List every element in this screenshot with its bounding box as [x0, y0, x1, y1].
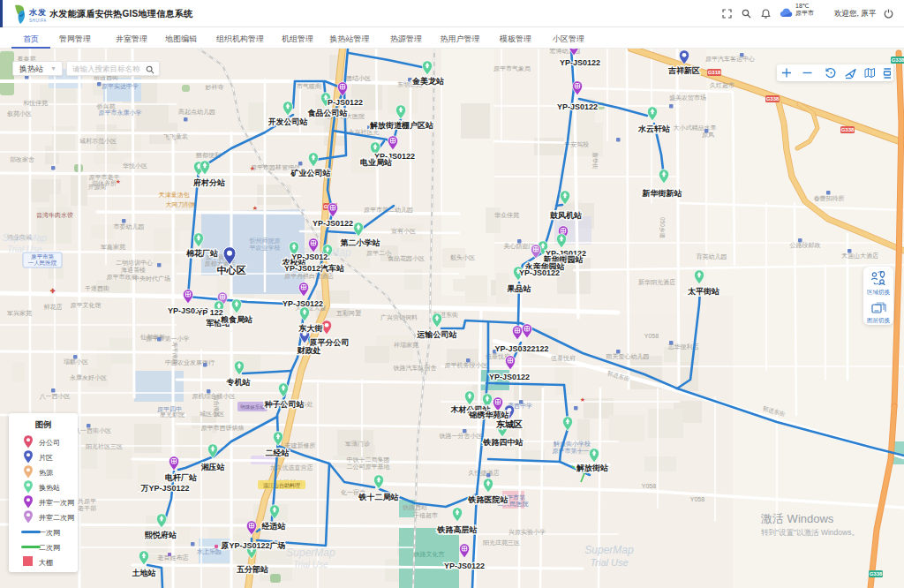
svg-text:城村示范小区: 城村示范小区	[79, 138, 117, 145]
svg-text:东城区: 东城区	[495, 419, 523, 429]
svg-text:YP-JS0122: YP-JS0122	[519, 268, 560, 277]
svg-text:土地站: 土地站	[132, 569, 156, 577]
svg-text:二明培训中心: 二明培训中心	[116, 260, 153, 266]
svg-text:P-JS0122: P-JS0122	[328, 98, 363, 107]
svg-text:部改家舍: 部改家舍	[10, 156, 34, 163]
svg-text:Y058: Y058	[690, 496, 704, 502]
svg-text:宣有小区: 宣有小区	[391, 228, 416, 234]
svg-text:军兴家苑: 军兴家苑	[7, 310, 32, 317]
svg-text:原YP-JS0122广场: 原YP-JS0122广场	[220, 541, 285, 550]
svg-text:铁路汽车队宿舍: 铁路汽车队宿舍	[393, 364, 437, 372]
svg-text:天津童汤包: 天津童汤包	[159, 191, 191, 199]
svg-text:铁路四中站: 铁路四中站	[483, 438, 524, 447]
svg-text:海通茶楼: 海通茶楼	[121, 266, 146, 274]
svg-text:瑞麒小区: 瑞麒小区	[64, 358, 88, 365]
svg-text:市委幼儿园: 市委幼儿园	[114, 222, 145, 230]
svg-text:原平汽车客运中心: 原平汽车客运中心	[705, 56, 755, 63]
svg-text:★: ★	[250, 165, 255, 171]
svg-text:★: ★	[252, 205, 258, 211]
svg-text:华众佳苑: 华众佳苑	[494, 212, 519, 219]
svg-text:★: ★	[580, 396, 585, 403]
svg-text:鼓风机站: 鼓风机站	[549, 211, 582, 220]
svg-text:YP-JS0122: YP-JS0122	[313, 219, 353, 228]
svg-text:激活 Windows: 激活 Windows	[761, 512, 834, 525]
svg-text:妙祥寺: 妙祥寺	[205, 84, 224, 91]
svg-text:YP-JS0122: YP-JS0122	[282, 299, 323, 308]
svg-text:原平丹棋白鹭酒店: 原平丹棋白鹭酒店	[284, 272, 334, 280]
svg-text:解放街小学校: 解放街小学校	[553, 441, 591, 448]
svg-text:锦绣华苑站: 锦绣华苑站	[469, 411, 509, 419]
svg-text:中央时代广场: 中央时代广场	[133, 275, 170, 283]
svg-text:忻州师院原: 忻州师院原	[249, 237, 281, 245]
svg-text:G338: G338	[841, 127, 855, 132]
svg-text:雨关爱心幼儿园: 雨关爱心幼儿园	[606, 352, 650, 360]
svg-text:铁路医院站: 铁路医院站	[468, 495, 508, 504]
svg-text:安建新修所: 安建新修所	[285, 441, 316, 449]
svg-text:万YP-JS0122: 万YP-JS0122	[139, 484, 189, 493]
svg-text:千禧超市: 千禧超市	[413, 511, 438, 519]
svg-text:果品站: 果品站	[507, 284, 531, 293]
svg-text:府村分站: 府村分站	[192, 178, 225, 187]
svg-text:铁路一分舍小区: 铁路一分舍小区	[439, 433, 483, 440]
svg-text:粮食局站: 粮食局站	[220, 315, 252, 324]
svg-text:YP-JS012汽车站: YP-JS012汽车站	[284, 263, 344, 273]
svg-text:运输公司站: 运输公司站	[417, 330, 457, 339]
svg-text:晋湾牛肉水饺: 晋湾牛肉水饺	[36, 212, 73, 219]
svg-text:新华阳光酒店: 新华阳光酒店	[638, 278, 675, 286]
svg-text:水云轩站: 水云轩站	[637, 124, 670, 133]
svg-text:中铁十二局集团: 中铁十二局集团	[347, 456, 390, 464]
svg-text:叙苑小区: 叙苑小区	[7, 110, 32, 117]
svg-text:水上乐园: 水上乐园	[197, 548, 222, 555]
svg-text:棉花厂站: 棉花厂站	[185, 249, 218, 258]
svg-text:G338: G338	[870, 571, 883, 577]
svg-text:原平市永康小学: 原平市永康小学	[99, 109, 142, 117]
svg-text:寿平南路: 寿平南路	[171, 342, 178, 366]
svg-text:原平二小: 原平二小	[366, 250, 391, 256]
svg-text:二公司原平基地: 二公司原平基地	[347, 464, 390, 470]
svg-text:第二小学站: 第二小学站	[340, 238, 380, 247]
svg-text:飞飞童装: 飞飞童装	[163, 132, 188, 140]
svg-text:原平文化馆: 原平文化馆	[71, 301, 102, 309]
svg-text:大小武精品水果: 大小武精品水果	[674, 124, 717, 132]
svg-text:转到"设置"以激活 Windows。: 转到"设置"以激活 Windows。	[761, 528, 859, 537]
svg-text:湘压站: 湘压站	[201, 463, 225, 471]
svg-text:团结小区: 团结小区	[346, 75, 371, 82]
svg-text:久红超市: 久红超市	[710, 81, 734, 89]
svg-text:市气暖阁: 市气暖阁	[297, 82, 321, 90]
svg-text:原平市第: 原平市第	[31, 253, 55, 260]
svg-text:公路段邮政: 公路段邮政	[790, 242, 821, 249]
svg-text:原平实达中学: 原平实达中学	[102, 83, 139, 89]
svg-text:Y058: Y058	[642, 483, 656, 489]
svg-text:大同刀削面: 大同刀削面	[166, 201, 197, 208]
svg-text:✚: ✚	[50, 288, 56, 294]
svg-text:铁十二局站: 铁十二局站	[358, 493, 399, 501]
svg-text:G338: G338	[892, 57, 904, 63]
svg-text:原平市气象局: 原平市气象局	[493, 64, 531, 72]
svg-text:久快捷酒店: 久快捷酒店	[469, 469, 500, 477]
svg-text:军薄门诊: 军薄门诊	[345, 441, 370, 447]
svg-text:YP-JS0122: YP-JS0122	[560, 58, 600, 67]
svg-text:信合南路: 信合南路	[213, 395, 220, 418]
svg-text:高起点幼儿园: 高起点幼儿园	[178, 109, 215, 116]
svg-text:熙悦府站: 熙悦府站	[145, 531, 177, 539]
svg-text:050乡道: 050乡道	[659, 217, 666, 238]
svg-text:军鑫家苑: 军鑫家苑	[101, 244, 125, 251]
svg-text:开源街: 开源街	[88, 184, 107, 191]
svg-text:五分部站: 五分部站	[237, 565, 268, 574]
svg-text:新华街: 新华街	[591, 152, 599, 170]
svg-text:兴原实验小学: 兴原实验小学	[508, 529, 546, 536]
svg-text:星光影院: 星光影院	[160, 411, 185, 418]
svg-text:天涯山大酒店: 天涯山大酒店	[841, 252, 878, 260]
svg-text:开发公司站: 开发公司站	[267, 117, 308, 126]
svg-text:春蕾招待所: 春蕾招待所	[814, 195, 845, 202]
svg-text:干道西街: 干道西街	[85, 285, 109, 292]
svg-text:平农业学校: 平农业学校	[250, 245, 281, 251]
svg-text:铁路文化宫: 铁路文化宫	[413, 550, 445, 558]
svg-text:YP-JS0122: YP-JS0122	[444, 562, 485, 570]
svg-text:华悦小区: 华悦小区	[123, 162, 147, 170]
svg-text:温江山自助料理: 温江山自助料理	[263, 482, 300, 489]
svg-text:原平市西饼烘焙: 原平市西饼烘焙	[201, 424, 245, 432]
svg-text:YP-JS012.: YP-JS012.	[291, 253, 330, 261]
svg-text:八一西街小区: 八一西街小区	[74, 427, 111, 434]
svg-text:解放街站: 解放街站	[576, 464, 608, 472]
